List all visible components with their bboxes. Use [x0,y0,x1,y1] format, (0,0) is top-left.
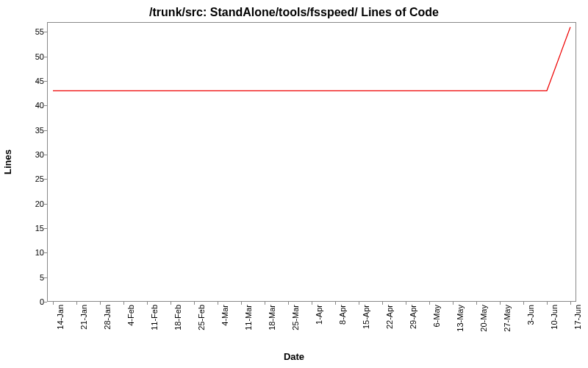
x-tick-mark [241,302,242,305]
x-tick-label: 27-May [503,305,512,332]
x-tick-label: 4-Mar [220,305,229,326]
y-tick-label: 25 [22,174,44,183]
x-tick-mark [500,302,501,305]
x-tick-label: 11-Mar [244,305,253,330]
x-tick-mark [523,302,524,305]
x-tick-label: 13-May [456,305,465,332]
x-tick-label: 14-Jan [56,305,65,330]
x-tick-label: 17-Jun [573,305,582,330]
x-tick-mark [171,302,171,305]
x-tick-label: 15-Apr [362,305,370,329]
x-tick-mark [570,302,571,305]
y-tick-label: 35 [22,126,44,135]
y-tick-mark [44,105,47,106]
x-tick-label: 3-Jun [526,305,535,325]
x-tick-label: 11-Feb [150,305,159,330]
y-tick-mark [44,179,47,180]
y-tick-label: 20 [22,199,44,208]
y-tick-mark [44,302,47,302]
y-tick-label: 30 [22,150,44,159]
x-tick-mark [76,302,77,305]
y-tick-mark [44,277,47,278]
x-tick-mark [265,302,265,305]
x-tick-label: 29-Apr [409,305,417,329]
x-tick-label: 25-Mar [291,305,300,330]
x-tick-label: 1-Apr [315,305,323,325]
x-tick-mark [382,302,383,305]
x-tick-mark [218,302,218,305]
plot-area [47,22,576,302]
x-tick-label: 20-May [479,305,488,332]
x-tick-label: 6-May [432,305,441,328]
x-tick-mark [476,302,477,305]
x-tick-mark [53,302,54,305]
y-tick-label: 55 [22,27,44,36]
x-tick-label: 18-Mar [268,305,276,330]
x-tick-label: 18-Feb [173,305,182,330]
y-tick-label: 15 [22,224,44,233]
y-tick-mark [44,252,47,253]
x-tick-label: 10-Jun [550,305,559,330]
y-tick-mark [44,130,47,131]
x-tick-mark [453,302,453,305]
x-tick-mark [312,302,312,305]
y-tick-label: 5 [22,273,44,282]
y-tick-label: 0 [22,297,44,306]
y-tick-mark [44,204,47,205]
y-tick-mark [44,57,47,57]
x-tick-mark [359,302,359,305]
y-tick-mark [44,32,47,32]
y-tick-label: 45 [22,77,44,85]
y-tick-mark [44,228,47,229]
x-tick-label: 28-Jan [103,305,112,330]
x-tick-mark [335,302,336,305]
x-tick-mark [406,302,406,305]
x-axis-label: Date [0,351,588,362]
y-tick-label: 40 [22,101,44,110]
x-tick-mark [429,302,430,305]
x-tick-label: 25-Feb [197,305,206,330]
x-tick-mark [123,302,124,305]
x-tick-label: 22-Apr [385,305,394,329]
y-tick-label: 10 [22,248,44,257]
x-tick-label: 21-Jan [79,305,88,330]
x-tick-label: 4-Feb [126,305,135,326]
x-tick-mark [147,302,148,305]
x-tick-mark [100,302,101,305]
y-tick-mark [44,81,47,82]
x-tick-mark [547,302,548,305]
x-tick-label: 8-Apr [338,305,347,325]
x-tick-mark [288,302,289,305]
x-tick-mark [194,302,195,305]
y-tick-mark [44,155,47,155]
chart-title: /trunk/src: StandAlone/tools/fsspeed/ Li… [0,6,588,19]
y-axis-label: Lines [2,149,13,174]
y-tick-label: 50 [22,52,44,61]
